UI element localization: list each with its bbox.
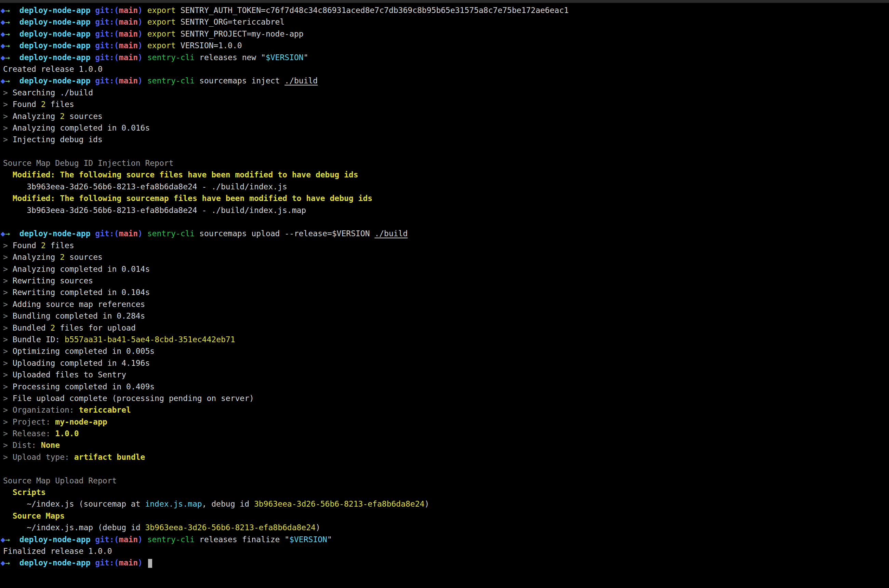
terminal-line: Scripts bbox=[3, 486, 889, 498]
prompt-directory: deploy-node-app bbox=[20, 29, 95, 38]
text-segment: Scripts bbox=[13, 488, 46, 497]
terminal-line: > Bundled 2 files for upload bbox=[3, 322, 889, 334]
terminal-line: > Optimizing completed in 0.005s bbox=[3, 345, 889, 357]
text-segment: tericcabrel bbox=[79, 405, 131, 414]
text-segment: 2 bbox=[60, 112, 65, 121]
text-segment: > bbox=[3, 288, 13, 297]
text-segment: sourcemaps inject bbox=[199, 76, 284, 85]
text-segment: Found bbox=[13, 100, 41, 109]
text-segment: Bundling completed in 0.284s bbox=[13, 311, 145, 320]
text-segment: Modified: The following sourcemap files … bbox=[13, 194, 372, 203]
text-segment: > bbox=[3, 358, 13, 368]
terminal-line: > Upload type: artifact bundle bbox=[3, 451, 889, 463]
terminal-line: Source Map Debug ID Injection Report bbox=[3, 157, 889, 169]
text-segment: Organization: bbox=[13, 405, 79, 414]
text-segment: Release: bbox=[13, 429, 56, 438]
terminal-line: ◆→ deploy-node-app git:(main) sentry-cli… bbox=[3, 228, 889, 239]
text-segment: > bbox=[3, 112, 13, 121]
prompt-triangle-icon: ◆ bbox=[0, 76, 5, 85]
prompt-triangle-icon: ◆ bbox=[0, 558, 5, 567]
terminal-line: ◆→ deploy-node-app git:(main) export SEN… bbox=[3, 28, 889, 40]
terminal-screen[interactable]: ◆→ deploy-node-app git:(main) export SEN… bbox=[0, 3, 889, 569]
text-segment: files bbox=[46, 241, 74, 250]
text-segment: > bbox=[3, 323, 13, 332]
prompt-triangle-icon: ◆ bbox=[0, 6, 5, 15]
prompt-arrow-icon: → bbox=[5, 6, 20, 15]
text-segment: > bbox=[3, 241, 13, 250]
git-suffix: ) bbox=[138, 76, 147, 85]
terminal-line: > Release: 1.0.0 bbox=[3, 428, 889, 439]
terminal-line: ◆→ deploy-node-app git:(main) export SEN… bbox=[3, 4, 889, 16]
text-segment: > bbox=[3, 335, 13, 344]
prompt-triangle-icon: ◆ bbox=[0, 229, 5, 238]
text-segment: Modified: The following source files hav… bbox=[13, 170, 358, 179]
terminal-line: > Processing completed in 0.409s bbox=[3, 381, 889, 393]
text-segment: ) bbox=[315, 523, 320, 532]
text-segment: ./build bbox=[284, 76, 318, 85]
text-segment: index.js.map bbox=[145, 500, 202, 508]
git-suffix: ) bbox=[138, 29, 147, 38]
terminal-line: ~/index.js (sourcemap at index.js.map, d… bbox=[3, 498, 889, 510]
text-segment: export bbox=[147, 17, 180, 26]
terminal-line: > Adding source map references bbox=[3, 298, 889, 310]
prompt-arrow-icon: → bbox=[5, 53, 20, 62]
prompt-arrow-icon: → bbox=[5, 535, 20, 544]
git-suffix: ) bbox=[138, 229, 147, 238]
text-segment: releases finalize bbox=[199, 535, 284, 544]
text-segment: " bbox=[261, 53, 266, 62]
git-branch: main bbox=[119, 76, 138, 85]
prompt-triangle-icon: ◆ bbox=[0, 29, 5, 38]
text-segment: 2 bbox=[50, 323, 55, 332]
text-segment: Source Map Debug ID Injection Report bbox=[3, 159, 174, 168]
text-segment: > bbox=[3, 441, 13, 450]
terminal-line: Source Maps bbox=[3, 510, 889, 522]
terminal-line: > Bundle ID: b557aa31-ba41-5ae4-8cbd-351… bbox=[3, 334, 889, 345]
terminal-line: Source Map Upload Report bbox=[3, 475, 889, 486]
text-segment: Project: bbox=[13, 417, 56, 426]
text-segment: > bbox=[3, 370, 13, 379]
text-segment: > bbox=[3, 276, 13, 285]
git-prefix: git:( bbox=[95, 535, 119, 544]
text-segment: Bundled bbox=[13, 323, 51, 332]
text-segment: sources bbox=[65, 112, 102, 121]
git-branch: main bbox=[119, 229, 138, 238]
prompt-directory: deploy-node-app bbox=[20, 6, 95, 15]
text-segment: > bbox=[3, 311, 13, 320]
text-segment: > bbox=[3, 300, 13, 309]
prompt-arrow-icon: → bbox=[5, 29, 20, 38]
text-segment: Upload type: bbox=[13, 453, 74, 462]
text-segment: > bbox=[3, 346, 13, 356]
text-segment: b557aa31-ba41-5ae4-8cbd-351ec442eb71 bbox=[65, 335, 235, 344]
text-segment: Searching ./build bbox=[13, 88, 93, 97]
text-segment: Rewriting sources bbox=[13, 276, 93, 285]
text-segment: Adding source map references bbox=[13, 300, 145, 309]
text-segment: > bbox=[3, 405, 13, 414]
terminal-line: > Project: my-node-app bbox=[3, 416, 889, 428]
text-segment: Analyzing completed in 0.016s bbox=[13, 123, 150, 132]
terminal-line: > Searching ./build bbox=[3, 87, 889, 99]
terminal-line: > Uploading completed in 4.196s bbox=[3, 357, 889, 369]
text-segment: > bbox=[3, 265, 13, 273]
text-segment: > bbox=[3, 123, 13, 132]
prompt-directory: deploy-node-app bbox=[20, 76, 95, 85]
text-segment: $VERSION bbox=[266, 53, 303, 62]
terminal-line: > Injecting debug ids bbox=[3, 134, 889, 145]
text-segment: Found bbox=[13, 241, 41, 250]
text-segment: SENTRY_ORG=tericcabrel bbox=[180, 17, 285, 26]
text-segment: SENTRY_AUTH_TOKEN=c76f7d48c34c86931aced8… bbox=[180, 6, 569, 15]
prompt-directory: deploy-node-app bbox=[20, 535, 95, 544]
terminal-line: > Dist: None bbox=[3, 439, 889, 451]
git-suffix: ) bbox=[138, 535, 147, 544]
git-prefix: git:( bbox=[95, 229, 119, 238]
terminal-line bbox=[3, 216, 889, 228]
text-segment: ./build bbox=[374, 229, 408, 238]
text-segment: export bbox=[147, 29, 180, 38]
text-segment: artifact bundle bbox=[74, 453, 145, 462]
text-segment: sourcemaps upload --release=$VERSION bbox=[199, 229, 374, 238]
prompt-directory: deploy-node-app bbox=[20, 41, 95, 50]
prompt-arrow-icon: → bbox=[5, 41, 20, 50]
text-segment: 3b963eea-3d26-56b6-8213-efa8b6da8e24 - .… bbox=[22, 206, 306, 215]
git-suffix: ) bbox=[138, 53, 147, 62]
text-segment: Source Map Upload Report bbox=[3, 476, 117, 485]
text-segment: my-node-app bbox=[55, 417, 107, 426]
